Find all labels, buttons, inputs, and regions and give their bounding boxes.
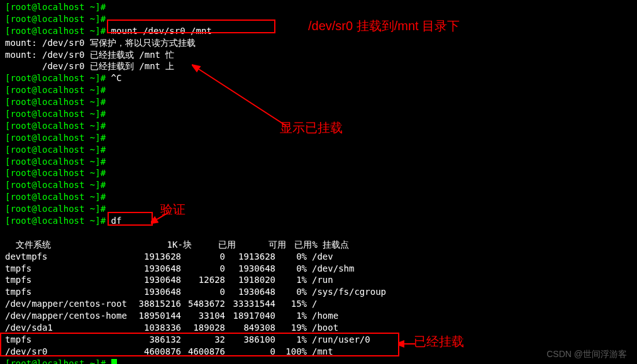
df-row: /dev/sda1103833618902884930819%/boot — [5, 322, 632, 334]
prompt-line: [root@localhost ~]# — [5, 84, 632, 96]
prompt-line: [root@localhost ~]# — [5, 179, 632, 191]
prompt-line: [root@localhost ~]# — [5, 156, 632, 168]
df-row: tmpfs19306481262819180201%/run — [5, 274, 632, 286]
watermark: CSDN @世间浮游客 — [546, 348, 627, 360]
prompt-line: [root@localhost ~]# — [5, 1, 632, 13]
mount-output-3: /dev/sr0 已经挂载到 /mnt 上 — [5, 60, 632, 72]
df-row: /dev/mapper/centos-root38815216548367233… — [5, 298, 632, 310]
df-row: tmpfs1930648019306480%/sys/fs/cgroup — [5, 286, 632, 298]
df-row: tmpfs386132323861001%/run/user/0 — [5, 334, 632, 346]
prompt-cursor-line: [root@localhost ~]# — [5, 358, 632, 364]
prompt-line: [root@localhost ~]# — [5, 108, 632, 120]
df-row: devtmpfs1913628019136280%/dev — [5, 251, 632, 263]
df-row-sr0: /dev/sr0460087646008760100%/mnt — [5, 346, 632, 358]
mount-output-2: mount: /dev/sr0 已经挂载或 /mnt 忙 — [5, 49, 632, 61]
annotation-already-mounted: 已经挂载 — [414, 333, 464, 350]
df-row: /dev/mapper/centos-home18950144331041891… — [5, 310, 632, 322]
cmd-df: df — [111, 216, 122, 226]
prompt-line: [root@localhost ~]# — [5, 144, 632, 156]
prompt-line: [root@localhost ~]# — [5, 203, 632, 215]
prompt-line: [root@localhost ~]# — [5, 96, 632, 108]
prompt-ctrlc: [root@localhost ~]# ^C — [5, 72, 632, 84]
df-row: tmpfs1930648019306480%/dev/shm — [5, 263, 632, 275]
prompt-line: [root@localhost ~]# — [5, 167, 632, 179]
cmd-df-line: [root@localhost ~]# df — [5, 215, 632, 227]
df-header: 文件系统1K-块已用可用已用%挂载点 — [5, 227, 632, 251]
cmd-mount: mount /dev/sr0 /mnt — [111, 26, 212, 36]
cursor-icon — [111, 359, 117, 364]
annotation-verify: 验证 — [160, 201, 186, 218]
prompt-line: [root@localhost ~]# — [5, 191, 632, 203]
mount-output-1: mount: /dev/sr0 写保护，将以只读方式挂载 — [5, 37, 632, 49]
annotation-mounted-note: 显示已挂载 — [280, 119, 343, 136]
annotation-mount-note: /dev/sr0 挂载到/mnt 目录下 — [308, 18, 460, 35]
